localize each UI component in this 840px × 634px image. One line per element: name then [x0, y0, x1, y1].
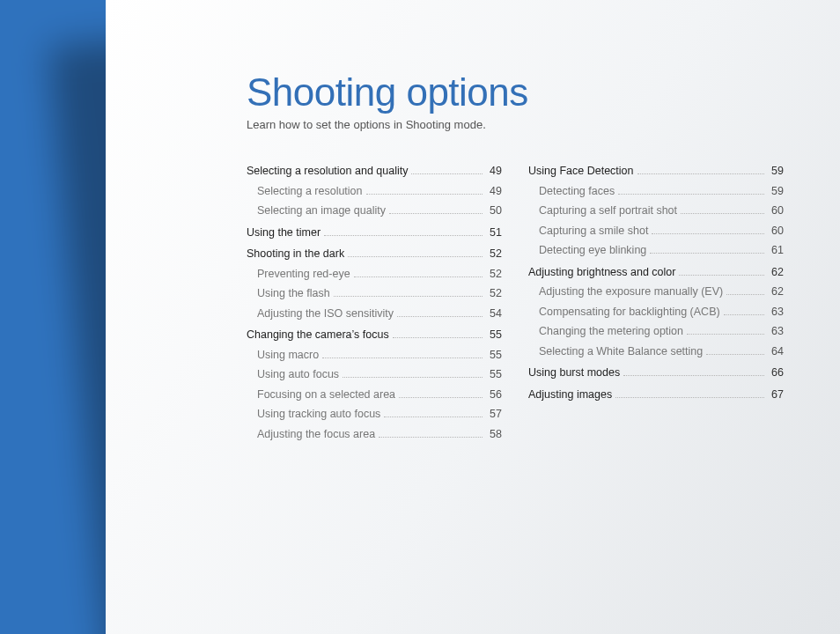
toc-section-row[interactable]: Changing the camera’s focus55 — [247, 325, 502, 345]
toc-page-number: 55 — [486, 365, 502, 385]
toc-page-number: 59 — [768, 181, 784, 202]
document-page: Shooting options Learn how to set the op… — [106, 0, 840, 634]
toc-item-label: Compensating for backlighting (ACB) — [528, 302, 720, 322]
toc-section: Selecting a resolution and quality49Sele… — [247, 161, 502, 221]
toc-leader-dots — [637, 173, 764, 174]
toc-page-number: 60 — [768, 221, 784, 241]
toc-page-number: 50 — [486, 201, 502, 221]
toc-item-row[interactable]: Adjusting the exposure manually (EV)62 — [528, 282, 784, 302]
toc-page-number: 55 — [486, 345, 502, 365]
toc-item-label: Using tracking auto focus — [247, 404, 380, 424]
toc-leader-dots — [389, 213, 483, 214]
toc-item-row[interactable]: Using tracking auto focus57 — [247, 404, 502, 424]
page-title: Shooting options — [247, 70, 796, 114]
toc-item-label: Changing the metering option — [528, 321, 683, 342]
toc-item-row[interactable]: Compensating for backlighting (ACB)63 — [528, 302, 784, 322]
toc-section-row[interactable]: Using Face Detection59 — [528, 161, 784, 181]
toc-page-number: 63 — [768, 321, 784, 342]
toc-page-number: 63 — [768, 302, 784, 322]
toc-section-row[interactable]: Using burst modes66 — [528, 363, 784, 383]
toc-leader-dots — [393, 337, 483, 338]
toc-leader-dots — [679, 275, 764, 276]
toc-item-row[interactable]: Capturing a self portrait shot60 — [528, 201, 784, 221]
toc-page-number: 52 — [486, 264, 502, 284]
toc-section-title: Changing the camera’s focus — [247, 325, 389, 345]
toc-page-number: 67 — [768, 385, 784, 405]
toc-item-label: Selecting a White Balance setting — [528, 342, 703, 362]
toc-section: Adjusting brightness and color62Adjustin… — [528, 262, 784, 362]
toc-page-number: 62 — [768, 282, 784, 302]
toc-section-row[interactable]: Shooting in the dark52 — [247, 244, 502, 264]
toc-columns: Selecting a resolution and quality49Sele… — [247, 161, 796, 446]
toc-section: Shooting in the dark52Preventing red-eye… — [247, 244, 502, 323]
toc-leader-dots — [334, 296, 483, 297]
toc-item-label: Selecting a resolution — [247, 181, 363, 202]
toc-section-title: Adjusting brightness and color — [528, 262, 675, 283]
toc-item-row[interactable]: Capturing a smile shot60 — [528, 221, 784, 241]
page-subtitle: Learn how to set the options in Shooting… — [247, 118, 796, 131]
toc-section-title: Using the timer — [247, 223, 321, 243]
toc-item-row[interactable]: Using the flash52 — [247, 284, 502, 304]
toc-page-number: 52 — [486, 244, 502, 264]
toc-item-label: Capturing a smile shot — [528, 221, 648, 241]
toc-item-row[interactable]: Focusing on a selected area56 — [247, 385, 502, 405]
toc-page-number: 62 — [768, 262, 784, 283]
toc-item-label: Using macro — [247, 345, 319, 365]
toc-section-title: Shooting in the dark — [247, 244, 344, 264]
toc-section-row[interactable]: Adjusting images67 — [528, 385, 784, 405]
toc-item-row[interactable]: Selecting an image quality50 — [247, 201, 502, 221]
toc-item-label: Focusing on a selected area — [247, 385, 395, 405]
toc-item-row[interactable]: Detecting eye blinking61 — [528, 240, 784, 261]
toc-item-row[interactable]: Using auto focus55 — [247, 365, 502, 385]
toc-leader-dots — [687, 334, 764, 335]
toc-page-number: 61 — [768, 240, 784, 261]
toc-item-row[interactable]: Adjusting the ISO sensitivity54 — [247, 304, 502, 324]
toc-leader-dots — [366, 194, 483, 195]
toc-page-number: 59 — [768, 161, 784, 181]
toc-section-row[interactable]: Using the timer51 — [247, 223, 502, 243]
toc-page-number: 66 — [768, 363, 784, 383]
toc-section-row[interactable]: Adjusting brightness and color62 — [528, 262, 784, 283]
toc-leader-dots — [724, 314, 764, 315]
page-content: Shooting options Learn how to set the op… — [106, 0, 840, 446]
toc-page-number: 60 — [768, 201, 784, 221]
toc-page-number: 51 — [486, 223, 502, 243]
toc-leader-dots — [343, 377, 483, 378]
toc-item-row[interactable]: Changing the metering option63 — [528, 321, 784, 342]
toc-item-row[interactable]: Using macro55 — [247, 345, 502, 365]
toc-section-title: Using burst modes — [528, 363, 620, 383]
toc-section-title: Using Face Detection — [528, 161, 634, 181]
toc-item-label: Using auto focus — [247, 365, 339, 385]
toc-item-row[interactable]: Selecting a resolution49 — [247, 181, 502, 202]
toc-page-number: 54 — [486, 304, 502, 324]
toc-leader-dots — [379, 437, 483, 438]
toc-leader-dots — [618, 194, 764, 195]
toc-item-row[interactable]: Preventing red-eye52 — [247, 264, 502, 284]
toc-leader-dots — [652, 233, 764, 234]
toc-page-number: 52 — [486, 284, 502, 304]
toc-page-number: 64 — [768, 342, 784, 362]
toc-section: Using the timer51 — [247, 223, 502, 243]
toc-item-row[interactable]: Selecting a White Balance setting64 — [528, 342, 784, 362]
toc-column: Using Face Detection59Detecting faces59C… — [528, 161, 784, 446]
toc-page-number: 49 — [486, 161, 502, 181]
toc-leader-dots — [399, 397, 483, 398]
toc-leader-dots — [623, 375, 764, 376]
toc-leader-dots — [384, 417, 483, 417]
toc-page-number: 49 — [486, 181, 502, 202]
toc-section: Adjusting images67 — [528, 385, 784, 405]
toc-leader-dots — [615, 397, 764, 398]
toc-leader-dots — [411, 173, 483, 174]
toc-item-label: Preventing red-eye — [247, 264, 350, 284]
toc-item-label: Adjusting the ISO sensitivity — [247, 304, 394, 324]
toc-page-number: 56 — [486, 385, 502, 405]
toc-item-row[interactable]: Detecting faces59 — [528, 181, 784, 202]
toc-section: Using burst modes66 — [528, 363, 784, 383]
toc-item-row[interactable]: Adjusting the focus area58 — [247, 424, 502, 445]
toc-leader-dots — [324, 235, 483, 236]
toc-column: Selecting a resolution and quality49Sele… — [247, 161, 502, 446]
toc-page-number: 58 — [486, 424, 502, 445]
toc-section-row[interactable]: Selecting a resolution and quality49 — [247, 161, 502, 181]
toc-leader-dots — [681, 213, 764, 214]
toc-leader-dots — [354, 276, 483, 277]
